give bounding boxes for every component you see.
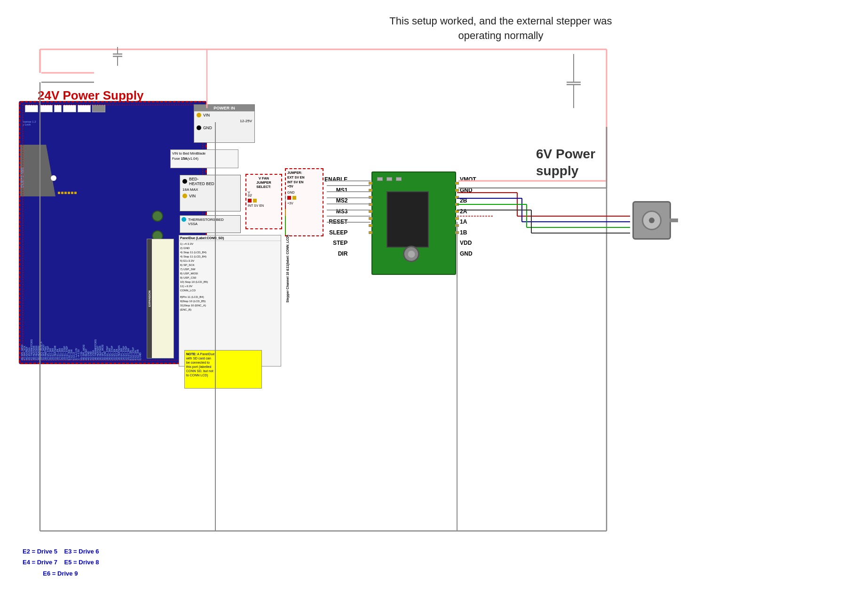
p8: 8) USP_MOSI	[180, 272, 280, 276]
vin-bed-fuse-box: VIN to Bed MiniBladeFuse 15A(v1.04)	[170, 149, 238, 168]
pin-rows	[58, 192, 199, 194]
p6: 6) SP_SCK	[180, 263, 280, 267]
pin-h-r	[455, 231, 459, 234]
pin	[68, 192, 70, 194]
p5: 5) E1+3.3V	[180, 259, 280, 263]
pin	[58, 192, 60, 194]
pin-h	[369, 224, 372, 227]
paneldue-box: PanelDue (Label:CONN_SD) 1) +4-3.3V 2) G…	[179, 235, 281, 366]
pin-h-r	[455, 224, 459, 227]
vin-label2: VIN	[189, 194, 196, 198]
drive-label-2: E4 = Drive 7 E5 = Drive 8	[23, 557, 99, 568]
trimpot	[403, 246, 419, 262]
thermistor-label: THERMISTOR0 BED	[188, 218, 224, 222]
pin	[71, 192, 73, 194]
pin-headers-right	[455, 182, 459, 234]
label-enable: ENABLE	[324, 176, 347, 183]
label-ms2: MS2	[324, 197, 347, 204]
stepper-channel-label: Stepper Channel 10 &11(label: CONN_LCD)	[286, 235, 289, 303]
pin-col-2: 50) CS5-48) SP0_MOSI46) RESET44) GND42) …	[80, 245, 142, 360]
stepper-driver-board	[371, 171, 456, 275]
driver-labels-right: VMOT GND 2B 2A 1A 1B VDD GND	[460, 176, 476, 257]
label-gnd-r: GND	[460, 187, 476, 194]
p7: 7) USP_SW	[180, 267, 280, 272]
board-label: DUET3 4BE	[20, 167, 24, 188]
pin-h-r	[455, 196, 459, 199]
connector	[63, 105, 76, 112]
pin-h	[369, 210, 372, 213]
trimpot-inner	[408, 250, 415, 257]
vssa-label: VSSA	[181, 222, 239, 226]
label-vmot: VMOT	[460, 176, 476, 183]
label-reset: RESET	[324, 218, 347, 225]
paneldue-pins: 1) +4-3.3V 2) GND 4) Stop 11 (LCD_B4) 4)…	[179, 241, 281, 313]
connector-dark	[92, 105, 105, 112]
jumper-squares-row	[248, 199, 280, 203]
5v-label: +3V	[287, 202, 321, 205]
label-gnd-r2: GND	[460, 250, 476, 257]
vfan-v: V_5V	[248, 191, 280, 197]
circle-connector	[152, 210, 163, 222]
pin	[64, 192, 67, 194]
vfan-title: V FANJUMPERSELECT:	[248, 176, 280, 189]
conn-info: 8)Pin 11 (LCD_B4) 9)Stop 10 (LCD_B5) 31)…	[180, 295, 280, 312]
expansion-label: EXPANSION	[147, 239, 152, 358]
label-step: STEP	[324, 240, 347, 246]
label-dir: DIR	[324, 250, 347, 257]
note-box: NOTE: A PanelDue with SD card can be con…	[184, 350, 262, 389]
pin-h	[369, 196, 372, 199]
j-yellow	[292, 196, 296, 200]
power-in-title: POWER IN	[194, 105, 254, 111]
power-range: 12-25V	[194, 119, 254, 124]
vfan-jumper-box: V FANJUMPERSELECT: V_5V INT SV EN	[245, 174, 282, 229]
pin-headers-left	[369, 182, 372, 234]
vin-label: VIN	[203, 113, 210, 117]
board-diagonal-area	[20, 145, 55, 196]
label-sleep: SLEEP	[324, 229, 347, 236]
jumper-box: JUMPER:EXT SV ENINT SV EN+5V GND +3V	[285, 168, 324, 236]
int-sv-en-label: INT SV EN	[248, 204, 280, 207]
pin-h	[369, 231, 372, 234]
drive-label-1: E2 = Drive 5 E3 = Drive 6	[23, 546, 99, 557]
pin-h	[369, 203, 372, 206]
connector	[39, 105, 53, 112]
vin-row2: VIN	[180, 193, 240, 199]
license-text: license 1.2y Lock	[23, 120, 36, 126]
drive-label-3: E6 = Drive 9	[23, 568, 99, 579]
note-bold: NOTE:	[186, 352, 197, 356]
page-title: This setup worked, and the external step…	[389, 14, 612, 43]
pin-h	[369, 189, 372, 192]
bed-18a: 18A MAX	[180, 187, 240, 193]
pin-col-1: 49) SP0_MISO47) SP0_SCK45) ADVREP43) 40V…	[21, 245, 80, 360]
driver-labels-left: ENABLE MS1 MS2 MS3 RESET SLEEP STEP DIR	[324, 176, 347, 257]
pin-h-r	[455, 203, 459, 206]
component-2	[387, 177, 392, 181]
motor-rotor	[642, 210, 662, 230]
vin-indicator2	[182, 194, 187, 198]
jumper-sq-2	[253, 199, 257, 203]
thermistor-row: THERMISTOR0 BED	[181, 217, 239, 222]
jumper-indicators	[287, 196, 321, 200]
board-dot	[51, 175, 56, 181]
ic-chip	[387, 191, 429, 248]
p1: 1) +4-3.3V	[180, 242, 280, 246]
top-connectors	[25, 105, 105, 112]
heated-bed-box: BED-HEATED BED 18A MAX VIN	[180, 175, 241, 211]
gnd-label: GND	[203, 125, 212, 130]
pin-h	[369, 217, 372, 220]
pin-h-r	[455, 210, 459, 213]
j-red	[287, 196, 291, 200]
connector	[78, 105, 91, 112]
p3: 4) Stop 11 (LCD_B4)	[180, 250, 280, 255]
paneldue-title: PanelDue (Label:CONN_SD)	[179, 235, 281, 241]
pin-h-r	[455, 189, 459, 192]
label-6v-power: 6V Powersupply	[536, 146, 595, 180]
p4: 4) Stop 11 (LCD_B4)	[180, 255, 280, 259]
gnd-j: GND	[287, 191, 321, 194]
vin-indicator	[197, 113, 201, 117]
motor-shaft	[649, 218, 655, 223]
bed-indicator	[182, 179, 187, 184]
stepper-motor	[632, 201, 671, 240]
bed-label: BED-HEATED BED	[189, 177, 214, 186]
label-2a: 2A	[460, 208, 476, 215]
